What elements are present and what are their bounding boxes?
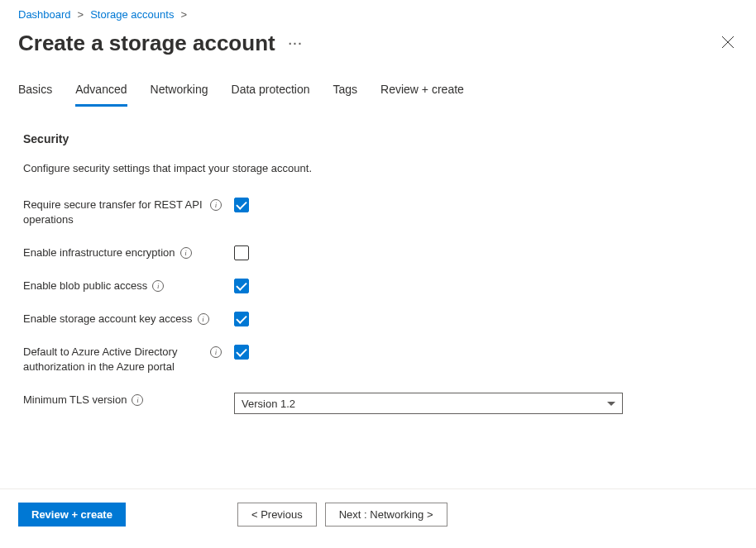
info-icon[interactable]: i: [132, 394, 143, 406]
info-icon[interactable]: i: [180, 247, 192, 259]
breadcrumb-dashboard[interactable]: Dashboard: [18, 8, 71, 21]
info-icon[interactable]: i: [198, 313, 209, 325]
tab-review-create[interactable]: Review + create: [380, 76, 464, 107]
page-title: Create a storage account ···: [18, 31, 303, 56]
review-create-button[interactable]: Review + create: [18, 503, 126, 527]
breadcrumb-storage-accounts[interactable]: Storage accounts: [90, 8, 174, 21]
tab-data-protection[interactable]: Data protection: [232, 76, 310, 107]
field-label: Enable storage account key access i: [23, 312, 234, 326]
info-icon[interactable]: i: [210, 199, 222, 211]
tab-networking[interactable]: Networking: [151, 76, 208, 107]
chevron-down-icon: [607, 402, 615, 406]
tab-advanced[interactable]: Advanced: [75, 76, 127, 107]
select-tls-version[interactable]: Version 1.2: [234, 393, 623, 414]
section-heading-security: Security: [23, 132, 738, 145]
field-label-text: Minimum TLS version: [23, 393, 127, 407]
tab-basics[interactable]: Basics: [18, 76, 52, 107]
field-label: Default to Azure Active Directory author…: [23, 345, 234, 374]
field-aad-default: Default to Azure Active Directory author…: [23, 345, 738, 374]
field-label: Minimum TLS version i: [23, 393, 234, 407]
previous-button[interactable]: < Previous: [237, 503, 317, 527]
wizard-footer: Review + create < Previous Next : Networ…: [0, 488, 756, 548]
field-key-access: Enable storage account key access i: [23, 312, 738, 326]
field-label-text: Enable blob public access: [23, 279, 147, 293]
next-button[interactable]: Next : Networking >: [325, 503, 447, 527]
field-infra-encryption: Enable infrastructure encryption i: [23, 245, 738, 260]
info-icon[interactable]: i: [210, 346, 222, 358]
field-label-text: Require secure transfer for REST API ope…: [23, 198, 205, 227]
checkbox-aad-default[interactable]: [234, 345, 249, 360]
field-secure-transfer: Require secure transfer for REST API ope…: [23, 198, 738, 227]
field-tls-version: Minimum TLS version i Version 1.2: [23, 393, 738, 414]
checkbox-secure-transfer[interactable]: [234, 198, 249, 212]
section-description: Configure security settings that impact …: [23, 162, 738, 174]
tab-tags[interactable]: Tags: [333, 76, 358, 107]
field-label: Enable blob public access i: [23, 279, 234, 293]
page-title-text: Create a storage account: [18, 31, 275, 56]
page-header: Create a storage account ···: [0, 24, 756, 66]
content-area[interactable]: Security Configure security settings tha…: [0, 107, 756, 479]
checkbox-blob-public[interactable]: [234, 279, 249, 293]
field-label-text: Enable storage account key access: [23, 312, 193, 326]
close-icon: [721, 36, 734, 49]
field-blob-public: Enable blob public access i: [23, 279, 738, 293]
field-label-text: Enable infrastructure encryption: [23, 245, 175, 260]
checkbox-infra-encryption[interactable]: [234, 245, 249, 260]
close-button[interactable]: [718, 32, 738, 55]
chevron-right-icon: >: [180, 8, 187, 21]
checkbox-key-access[interactable]: [234, 312, 249, 326]
field-label: Enable infrastructure encryption i: [23, 245, 234, 260]
tab-bar: Basics Advanced Networking Data protecti…: [0, 66, 756, 107]
field-label-text: Default to Azure Active Directory author…: [23, 345, 205, 374]
more-icon[interactable]: ···: [289, 37, 304, 50]
info-icon[interactable]: i: [152, 280, 164, 292]
field-label: Require secure transfer for REST API ope…: [23, 198, 234, 227]
select-value: Version 1.2: [242, 398, 295, 410]
breadcrumb: Dashboard > Storage accounts >: [0, 0, 756, 24]
chevron-right-icon: >: [78, 8, 84, 21]
